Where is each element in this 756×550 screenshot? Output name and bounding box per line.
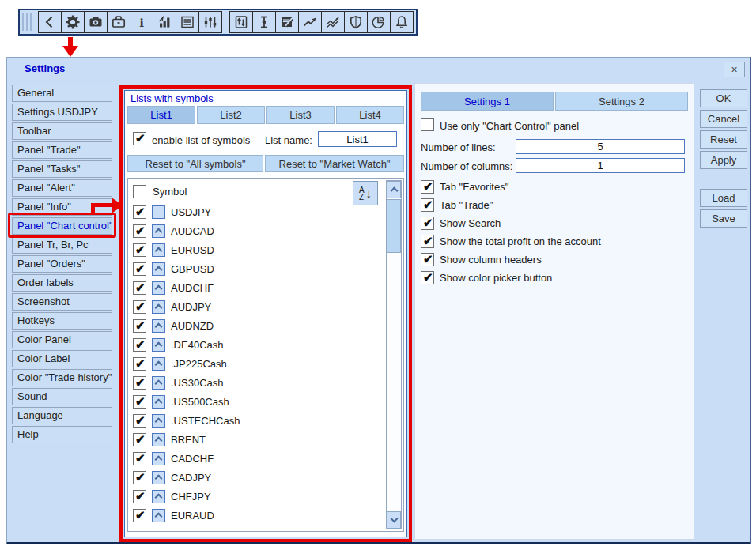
sidebar-item-screenshot[interactable]: Screenshot <box>12 293 112 311</box>
move-up-button[interactable] <box>152 224 165 238</box>
move-up-button[interactable] <box>152 300 165 314</box>
symbol-checkbox[interactable] <box>133 414 146 428</box>
trendline-button[interactable] <box>298 11 322 33</box>
back-button[interactable] <box>38 11 62 33</box>
tab-list1[interactable]: List1 <box>127 106 195 124</box>
save-button[interactable]: Save <box>700 209 747 228</box>
sidebar-item-panel-alert[interactable]: Panel "Alert" <box>12 179 112 197</box>
zigzag-button[interactable] <box>321 11 345 33</box>
cancel-button[interactable]: Cancel <box>700 110 747 128</box>
show-total-profit-checkbox[interactable] <box>421 235 434 248</box>
move-up-button[interactable] <box>152 281 165 295</box>
sidebar-item-hotkeys[interactable]: Hotkeys <box>12 312 112 330</box>
symbol-checkbox[interactable] <box>133 338 146 352</box>
symbol-checkbox[interactable] <box>133 262 146 276</box>
apply-button[interactable]: Apply <box>700 151 747 169</box>
sidebar-item-panel-info[interactable]: Panel "Info" <box>12 198 112 216</box>
sidebar-item-sound[interactable]: Sound <box>12 388 112 405</box>
symbol-checkbox[interactable] <box>133 509 146 522</box>
alerts-button[interactable] <box>390 11 414 33</box>
sidebar-item-panel-tr-br-pc[interactable]: Panel Tr, Br, Pc <box>12 236 112 254</box>
protection-button[interactable] <box>344 11 368 33</box>
load-button[interactable]: Load <box>700 189 747 207</box>
symbol-checkbox[interactable] <box>133 452 146 465</box>
symbol-checkbox[interactable] <box>133 471 146 484</box>
tab-settings-1[interactable]: Settings 1 <box>421 92 554 111</box>
scrollbar-down-button[interactable] <box>387 511 401 529</box>
sidebar-item-toolbar[interactable]: Toolbar <box>12 122 112 140</box>
number-of-lines-input[interactable] <box>516 139 685 154</box>
tab-settings-2[interactable]: Settings 2 <box>555 92 688 111</box>
move-up-button[interactable] <box>152 471 165 484</box>
settings-button[interactable] <box>61 11 85 33</box>
sidebar-item-general[interactable]: General <box>12 85 112 102</box>
symbol-checkbox[interactable] <box>133 490 146 503</box>
sidebar-item-panel-trade[interactable]: Panel "Trade" <box>12 141 112 159</box>
sidebar-item-panel-tasks[interactable]: Panel "Tasks" <box>12 160 112 178</box>
move-up-button[interactable] <box>152 376 165 390</box>
sessions-button[interactable] <box>367 11 391 33</box>
reset-all-symbols-button[interactable]: Reset to "All symbols" <box>127 155 263 172</box>
move-up-button[interactable] <box>152 319 165 333</box>
sidebar-item-language[interactable]: Language <box>12 407 112 424</box>
show-column-headers-checkbox[interactable] <box>421 253 434 266</box>
number-of-columns-input[interactable] <box>516 158 685 173</box>
symbol-checkbox[interactable] <box>133 205 146 219</box>
enable-list-checkbox[interactable] <box>133 132 146 145</box>
tab-list4[interactable]: List4 <box>336 106 404 124</box>
sidebar-item-panel-orders[interactable]: Panel "Orders" <box>12 255 112 273</box>
levels-button[interactable] <box>198 11 222 33</box>
move-up-button[interactable] <box>152 452 165 465</box>
journal-button[interactable] <box>176 11 199 33</box>
tab-list3[interactable]: List3 <box>266 106 335 124</box>
list-name-input[interactable] <box>318 131 397 147</box>
move-up-button[interactable] <box>152 243 165 257</box>
symbol-checkbox[interactable] <box>133 281 146 295</box>
sidebar-item-order-labels[interactable]: Order labels <box>12 274 112 292</box>
sidebar-item-help[interactable]: Help <box>12 426 112 443</box>
tab-list2[interactable]: List2 <box>197 106 265 124</box>
move-up-button[interactable] <box>152 395 165 409</box>
info-panel-button[interactable]: i <box>130 11 153 33</box>
symbol-checkbox[interactable] <box>133 243 146 257</box>
toolbar-drag-handle[interactable] <box>22 13 34 31</box>
screenshot-button[interactable] <box>84 11 108 33</box>
symbol-checkbox[interactable] <box>133 433 146 446</box>
scrollbar-up-button[interactable] <box>387 181 401 198</box>
sidebar-item-settings-usdjpy[interactable]: Settings USDJPY <box>12 104 112 121</box>
reset-market-watch-button[interactable]: Reset to "Market Watch" <box>265 155 404 172</box>
sidebar-item-panel-chart-control[interactable]: Panel "Chart control" <box>12 217 112 235</box>
show-color-picker-checkbox[interactable] <box>421 271 434 284</box>
move-up-button[interactable] <box>152 262 165 276</box>
symbol-checkbox[interactable] <box>133 300 146 314</box>
symbol-checkbox[interactable] <box>133 357 146 371</box>
ok-button[interactable]: OK <box>700 89 747 107</box>
move-up-button[interactable] <box>152 490 165 503</box>
move-up-button[interactable] <box>152 433 165 446</box>
use-only-chart-control-checkbox[interactable] <box>421 118 434 131</box>
move-up-button[interactable] <box>152 509 165 522</box>
move-up-button[interactable] <box>152 414 165 428</box>
sidebar-item-color-panel[interactable]: Color Panel <box>12 331 112 348</box>
symbol-checkbox[interactable] <box>133 376 146 390</box>
symbol-checkbox[interactable] <box>133 395 146 409</box>
close-button[interactable]: × <box>724 62 745 77</box>
symbol-checkbox[interactable] <box>133 224 146 238</box>
sidebar-item-color-label[interactable]: Color Label <box>12 350 112 367</box>
tab-trade-checkbox[interactable] <box>421 198 434 212</box>
symbol-checkbox[interactable] <box>133 319 146 333</box>
move-up-button[interactable] <box>152 357 165 371</box>
sort-updown-button[interactable] <box>229 11 253 33</box>
depth-button[interactable] <box>252 11 276 33</box>
select-all-checkbox[interactable] <box>133 185 146 198</box>
notes-button[interactable] <box>275 11 299 33</box>
trade-panel-button[interactable] <box>107 11 130 33</box>
statistics-button[interactable] <box>153 11 176 33</box>
reset-button[interactable]: Reset <box>700 130 747 149</box>
scrollbar-thumb[interactable] <box>387 199 401 253</box>
symbol-list-scrollbar[interactable] <box>386 180 402 529</box>
show-search-checkbox[interactable] <box>421 217 434 230</box>
tab-favorites-checkbox[interactable] <box>421 180 434 194</box>
move-up-button[interactable] <box>152 338 165 352</box>
sidebar-item-color-trade-history[interactable]: Color "Trade history" <box>12 369 112 386</box>
